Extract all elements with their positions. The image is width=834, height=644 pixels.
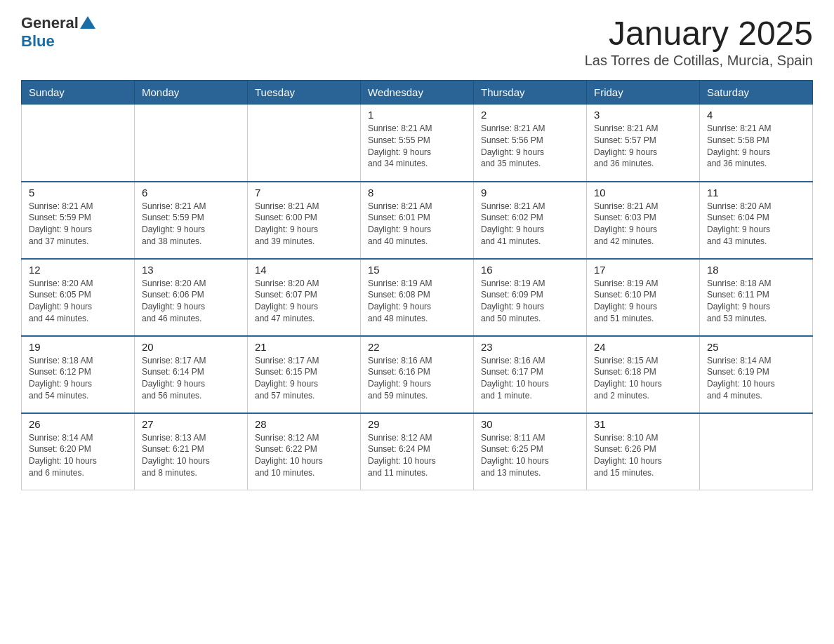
- day-info: Sunrise: 8:16 AM Sunset: 6:16 PM Dayligh…: [368, 355, 466, 402]
- calendar-cell: 25Sunrise: 8:14 AM Sunset: 6:19 PM Dayli…: [700, 336, 813, 413]
- day-number: 24: [594, 341, 692, 353]
- day-number: 17: [594, 264, 692, 276]
- day-number: 18: [707, 264, 805, 276]
- weekday-header-friday: Friday: [587, 81, 700, 105]
- calendar-cell: 2Sunrise: 8:21 AM Sunset: 5:56 PM Daylig…: [474, 105, 587, 182]
- day-number: 30: [481, 418, 579, 430]
- calendar-cell: 15Sunrise: 8:19 AM Sunset: 6:08 PM Dayli…: [361, 259, 474, 336]
- calendar-week-row: 1Sunrise: 8:21 AM Sunset: 5:55 PM Daylig…: [22, 105, 813, 182]
- day-number: 21: [255, 341, 353, 353]
- calendar-cell: 21Sunrise: 8:17 AM Sunset: 6:15 PM Dayli…: [248, 336, 361, 413]
- day-info: Sunrise: 8:11 AM Sunset: 6:25 PM Dayligh…: [481, 432, 579, 479]
- day-number: 19: [29, 341, 127, 353]
- weekday-header-wednesday: Wednesday: [361, 81, 474, 105]
- calendar-cell: 7Sunrise: 8:21 AM Sunset: 6:00 PM Daylig…: [248, 182, 361, 259]
- calendar-cell: [135, 105, 248, 182]
- day-info: Sunrise: 8:21 AM Sunset: 5:58 PM Dayligh…: [707, 123, 805, 170]
- title-block: January 2025 Las Torres de Cotillas, Mur…: [585, 14, 813, 69]
- calendar-cell: 6Sunrise: 8:21 AM Sunset: 5:59 PM Daylig…: [135, 182, 248, 259]
- page-header: General Blue January 2025 Las Torres de …: [21, 14, 813, 69]
- logo-arrow-icon: [80, 16, 95, 29]
- day-info: Sunrise: 8:15 AM Sunset: 6:18 PM Dayligh…: [594, 355, 692, 402]
- day-number: 7: [255, 187, 353, 199]
- day-number: 20: [142, 341, 240, 353]
- day-info: Sunrise: 8:21 AM Sunset: 6:03 PM Dayligh…: [594, 201, 692, 248]
- day-info: Sunrise: 8:21 AM Sunset: 5:59 PM Dayligh…: [29, 201, 127, 248]
- calendar-cell: 14Sunrise: 8:20 AM Sunset: 6:07 PM Dayli…: [248, 259, 361, 336]
- calendar-cell: 17Sunrise: 8:19 AM Sunset: 6:10 PM Dayli…: [587, 259, 700, 336]
- calendar-cell: 26Sunrise: 8:14 AM Sunset: 6:20 PM Dayli…: [22, 413, 135, 490]
- day-info: Sunrise: 8:17 AM Sunset: 6:15 PM Dayligh…: [255, 355, 353, 402]
- day-number: 13: [142, 264, 240, 276]
- calendar-cell: 4Sunrise: 8:21 AM Sunset: 5:58 PM Daylig…: [700, 105, 813, 182]
- calendar-week-row: 19Sunrise: 8:18 AM Sunset: 6:12 PM Dayli…: [22, 336, 813, 413]
- day-number: 12: [29, 264, 127, 276]
- day-info: Sunrise: 8:20 AM Sunset: 6:06 PM Dayligh…: [142, 278, 240, 325]
- calendar-cell: 28Sunrise: 8:12 AM Sunset: 6:22 PM Dayli…: [248, 413, 361, 490]
- weekday-header-sunday: Sunday: [22, 81, 135, 105]
- calendar-cell: [700, 413, 813, 490]
- day-number: 14: [255, 264, 353, 276]
- day-info: Sunrise: 8:10 AM Sunset: 6:26 PM Dayligh…: [594, 432, 692, 479]
- day-number: 27: [142, 418, 240, 430]
- day-info: Sunrise: 8:21 AM Sunset: 5:56 PM Dayligh…: [481, 123, 579, 170]
- day-number: 10: [594, 187, 692, 199]
- day-info: Sunrise: 8:21 AM Sunset: 5:59 PM Dayligh…: [142, 201, 240, 248]
- day-number: 2: [481, 109, 579, 121]
- day-info: Sunrise: 8:12 AM Sunset: 6:24 PM Dayligh…: [368, 432, 466, 479]
- calendar-week-row: 5Sunrise: 8:21 AM Sunset: 5:59 PM Daylig…: [22, 182, 813, 259]
- day-number: 8: [368, 187, 466, 199]
- day-number: 4: [707, 109, 805, 121]
- logo-blue-text: Blue: [21, 32, 55, 50]
- weekday-header-row: SundayMondayTuesdayWednesdayThursdayFrid…: [22, 81, 813, 105]
- calendar-week-row: 12Sunrise: 8:20 AM Sunset: 6:05 PM Dayli…: [22, 259, 813, 336]
- day-info: Sunrise: 8:18 AM Sunset: 6:11 PM Dayligh…: [707, 278, 805, 325]
- day-info: Sunrise: 8:21 AM Sunset: 6:02 PM Dayligh…: [481, 201, 579, 248]
- day-info: Sunrise: 8:21 AM Sunset: 6:01 PM Dayligh…: [368, 201, 466, 248]
- page-subtitle: Las Torres de Cotillas, Murcia, Spain: [585, 53, 813, 69]
- day-number: 22: [368, 341, 466, 353]
- calendar-cell: 9Sunrise: 8:21 AM Sunset: 6:02 PM Daylig…: [474, 182, 587, 259]
- day-number: 23: [481, 341, 579, 353]
- logo-general-text: General: [21, 14, 79, 32]
- day-number: 29: [368, 418, 466, 430]
- calendar-cell: 11Sunrise: 8:20 AM Sunset: 6:04 PM Dayli…: [700, 182, 813, 259]
- logo: General Blue: [21, 14, 95, 51]
- day-number: 3: [594, 109, 692, 121]
- calendar-cell: 20Sunrise: 8:17 AM Sunset: 6:14 PM Dayli…: [135, 336, 248, 413]
- day-number: 6: [142, 187, 240, 199]
- calendar-cell: 5Sunrise: 8:21 AM Sunset: 5:59 PM Daylig…: [22, 182, 135, 259]
- day-number: 31: [594, 418, 692, 430]
- calendar-week-row: 26Sunrise: 8:14 AM Sunset: 6:20 PM Dayli…: [22, 413, 813, 490]
- day-info: Sunrise: 8:14 AM Sunset: 6:19 PM Dayligh…: [707, 355, 805, 402]
- day-info: Sunrise: 8:20 AM Sunset: 6:04 PM Dayligh…: [707, 201, 805, 248]
- day-info: Sunrise: 8:12 AM Sunset: 6:22 PM Dayligh…: [255, 432, 353, 479]
- calendar-cell: 10Sunrise: 8:21 AM Sunset: 6:03 PM Dayli…: [587, 182, 700, 259]
- svg-marker-0: [80, 16, 95, 29]
- day-info: Sunrise: 8:21 AM Sunset: 6:00 PM Dayligh…: [255, 201, 353, 248]
- calendar-table: SundayMondayTuesdayWednesdayThursdayFrid…: [21, 80, 813, 490]
- day-number: 16: [481, 264, 579, 276]
- calendar-cell: 30Sunrise: 8:11 AM Sunset: 6:25 PM Dayli…: [474, 413, 587, 490]
- calendar-cell: [248, 105, 361, 182]
- calendar-cell: [22, 105, 135, 182]
- calendar-cell: 31Sunrise: 8:10 AM Sunset: 6:26 PM Dayli…: [587, 413, 700, 490]
- calendar-cell: 3Sunrise: 8:21 AM Sunset: 5:57 PM Daylig…: [587, 105, 700, 182]
- page-title: January 2025: [585, 14, 813, 53]
- calendar-cell: 13Sunrise: 8:20 AM Sunset: 6:06 PM Dayli…: [135, 259, 248, 336]
- day-info: Sunrise: 8:16 AM Sunset: 6:17 PM Dayligh…: [481, 355, 579, 402]
- day-info: Sunrise: 8:17 AM Sunset: 6:14 PM Dayligh…: [142, 355, 240, 402]
- day-info: Sunrise: 8:13 AM Sunset: 6:21 PM Dayligh…: [142, 432, 240, 479]
- day-number: 9: [481, 187, 579, 199]
- calendar-cell: 18Sunrise: 8:18 AM Sunset: 6:11 PM Dayli…: [700, 259, 813, 336]
- calendar-cell: 12Sunrise: 8:20 AM Sunset: 6:05 PM Dayli…: [22, 259, 135, 336]
- calendar-cell: 22Sunrise: 8:16 AM Sunset: 6:16 PM Dayli…: [361, 336, 474, 413]
- calendar-cell: 1Sunrise: 8:21 AM Sunset: 5:55 PM Daylig…: [361, 105, 474, 182]
- calendar-cell: 16Sunrise: 8:19 AM Sunset: 6:09 PM Dayli…: [474, 259, 587, 336]
- weekday-header-saturday: Saturday: [700, 81, 813, 105]
- calendar-cell: 27Sunrise: 8:13 AM Sunset: 6:21 PM Dayli…: [135, 413, 248, 490]
- day-number: 11: [707, 187, 805, 199]
- calendar-cell: 23Sunrise: 8:16 AM Sunset: 6:17 PM Dayli…: [474, 336, 587, 413]
- calendar-cell: 24Sunrise: 8:15 AM Sunset: 6:18 PM Dayli…: [587, 336, 700, 413]
- day-info: Sunrise: 8:21 AM Sunset: 5:57 PM Dayligh…: [594, 123, 692, 170]
